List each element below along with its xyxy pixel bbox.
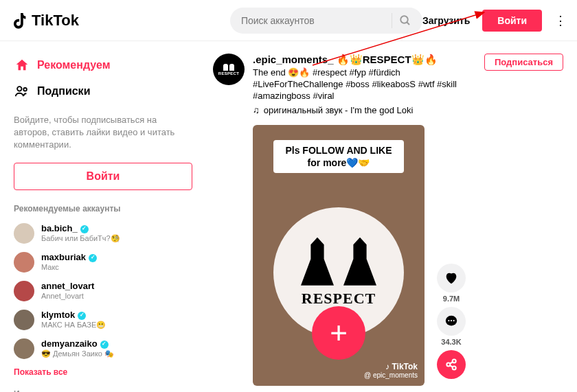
account-sub: Бабич или БабиТч?🧐 bbox=[41, 234, 120, 242]
svg-point-8 bbox=[451, 320, 452, 321]
svg-point-10 bbox=[446, 362, 450, 366]
svg-line-1 bbox=[407, 22, 409, 25]
avatar bbox=[14, 281, 34, 301]
svg-line-14 bbox=[450, 365, 453, 367]
nav-recommended[interactable]: Рекомендуем bbox=[14, 52, 194, 78]
account-name: annet_lovart bbox=[41, 281, 94, 291]
avatar bbox=[14, 310, 34, 330]
like-count: 9.7M bbox=[443, 295, 460, 303]
account-sub: МАКС НА БАЗЕ😬 bbox=[41, 321, 106, 329]
account-item[interactable]: demyanzaiko✓😎 Демьян Заико 🎭 bbox=[14, 334, 194, 363]
show-all-link[interactable]: Показать все bbox=[14, 367, 194, 377]
sidebar-login-button[interactable]: Войти bbox=[14, 163, 192, 190]
post-caption: The end 😍🔥 #respect #fyp #fürdich #LiveF… bbox=[253, 67, 476, 102]
account-name: klymtok✓ bbox=[41, 310, 106, 320]
account-sub: Макс bbox=[41, 263, 97, 271]
logo-text: TikTok bbox=[32, 12, 79, 30]
people-icon bbox=[14, 84, 30, 99]
subscribe-button[interactable]: Подписаться bbox=[484, 54, 563, 71]
svg-point-2 bbox=[17, 87, 21, 91]
verified-icon: ✓ bbox=[80, 225, 89, 233]
share-button[interactable] bbox=[437, 350, 466, 379]
svg-point-3 bbox=[23, 88, 27, 91]
account-item[interactable]: annet_lovartAnnet_lovart bbox=[14, 277, 194, 305]
author-name[interactable]: .epic_moments_ 🔥👑RESPECT👑🔥 bbox=[253, 54, 476, 66]
header-actions: Загрузить Войти ⋮ bbox=[422, 10, 567, 32]
music-icon: ♫ bbox=[253, 105, 260, 115]
svg-point-9 bbox=[453, 320, 455, 321]
tiktok-icon bbox=[14, 12, 29, 30]
more-icon[interactable]: ⋮ bbox=[554, 13, 567, 28]
avatar bbox=[14, 252, 34, 273]
login-button[interactable]: Войти bbox=[482, 10, 542, 32]
account-name: ba.bich_✓ bbox=[41, 224, 120, 233]
comment-count: 34.3K bbox=[441, 338, 461, 346]
avatar bbox=[14, 223, 34, 244]
video-actions: 9.7M 34.3K bbox=[437, 125, 466, 386]
account-item[interactable]: maxburiak✓Макс bbox=[14, 248, 194, 277]
plus-icon: + bbox=[312, 306, 365, 360]
account-name: demyanzaiko✓ bbox=[41, 339, 114, 349]
account-item[interactable]: klymtok✓МАКС НА БАЗЕ😬 bbox=[14, 305, 194, 334]
video-overlay-text: Pls FOLLOW AND LIKE for more💙🤝 bbox=[273, 140, 404, 173]
account-name: maxburiak✓ bbox=[41, 253, 97, 262]
svg-point-12 bbox=[453, 366, 456, 369]
svg-point-7 bbox=[448, 320, 449, 321]
main-feed: RESPECT .epic_moments_ 🔥👑RESPECT👑🔥 The e… bbox=[206, 41, 577, 392]
video-player[interactable]: Pls FOLLOW AND LIKE for more💙🤝 RESPECT +… bbox=[253, 125, 425, 386]
verified-icon: ✓ bbox=[100, 341, 109, 349]
nav-label: Рекомендуем bbox=[37, 59, 111, 71]
svg-line-13 bbox=[450, 362, 453, 364]
author-avatar[interactable]: RESPECT bbox=[213, 54, 245, 85]
home-icon bbox=[14, 58, 30, 73]
svg-point-11 bbox=[453, 359, 456, 362]
post-header: RESPECT .epic_moments_ 🔥👑RESPECT👑🔥 The e… bbox=[213, 54, 563, 115]
sound-link[interactable]: ♫оригинальный звук - I'm the god Loki bbox=[253, 105, 476, 115]
header: TikTok Загрузить Войти ⋮ bbox=[0, 0, 577, 41]
account-sub: 😎 Демьян Заико 🎭 bbox=[41, 349, 114, 358]
svg-point-0 bbox=[400, 16, 408, 23]
search-separator bbox=[392, 13, 392, 28]
verified-icon: ✓ bbox=[89, 254, 97, 262]
nav-label: Подписки bbox=[37, 85, 90, 97]
video-watermark: ♪ TikTok @ epic_moments bbox=[364, 362, 418, 379]
recommended-accounts-title: Рекомендуемые аккаунты bbox=[14, 204, 194, 214]
search-bar[interactable] bbox=[230, 8, 422, 34]
sidebar: Рекомендуем Подписки Войдите, чтобы подп… bbox=[0, 41, 206, 392]
verified-icon: ✓ bbox=[78, 312, 86, 320]
account-sub: Annet_lovart bbox=[41, 292, 94, 300]
search-icon[interactable] bbox=[399, 14, 411, 27]
interesting-title: Интересное bbox=[14, 389, 194, 392]
like-button[interactable] bbox=[437, 264, 466, 292]
comment-button[interactable] bbox=[437, 307, 466, 336]
search-input[interactable] bbox=[241, 15, 385, 26]
logo[interactable]: TikTok bbox=[14, 12, 79, 30]
login-prompt: Войдите, чтобы подписываться на авторов,… bbox=[14, 114, 194, 152]
nav-following[interactable]: Подписки bbox=[14, 78, 194, 104]
avatar bbox=[14, 338, 34, 359]
account-item[interactable]: ba.bich_✓Бабич или БабиТч?🧐 bbox=[14, 219, 194, 248]
upload-link[interactable]: Загрузить bbox=[422, 15, 470, 26]
